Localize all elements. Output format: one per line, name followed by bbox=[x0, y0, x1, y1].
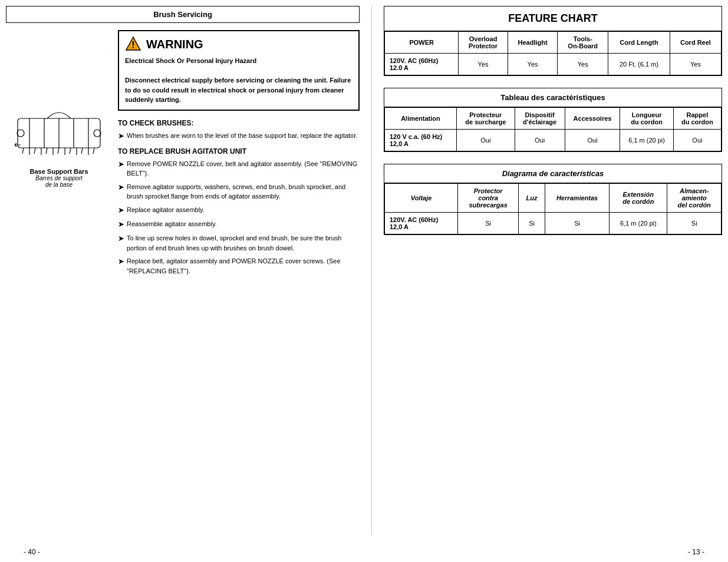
feature-chart-header-row: POWER OverloadProtector Headlight Tools-… bbox=[385, 32, 722, 54]
tab-header-dispositif: Dispositifd'éclairage bbox=[515, 108, 565, 130]
svg-point-22 bbox=[17, 130, 24, 137]
svg-line-12 bbox=[58, 148, 59, 154]
fc-header-cord-reel: Cord Reel bbox=[670, 32, 721, 54]
diag-header-extension: Extensiónde cordón bbox=[610, 184, 667, 213]
replace-text-5: To line up screw holes in dowel, sprocke… bbox=[127, 233, 360, 253]
diag-voltaje-val: 120V. AC (60Hz)12,0 A bbox=[385, 213, 458, 234]
bullet-arrow-1: ➤ bbox=[118, 131, 124, 141]
replace-item-1: ➤ Remove POWER NOZZLE cover, belt and ag… bbox=[118, 159, 360, 178]
replace-item-6: ➤ Replace belt, agitator assembly and PO… bbox=[118, 256, 360, 276]
replace-item-3: ➤ Replace agitator assembly. bbox=[118, 205, 360, 216]
diag-extension-val: 6,1 m (20 pi) bbox=[610, 213, 667, 234]
warning-body: Electrical Shock Or Personal Injury Haza… bbox=[125, 56, 353, 105]
fc-cord-length-val: 20 Ft. (6.1 m) bbox=[608, 54, 670, 75]
warning-icon: ! bbox=[125, 36, 141, 52]
fc-cord-reel-val: Yes bbox=[670, 54, 721, 75]
diag-protector-val: Si bbox=[458, 213, 519, 234]
diagram-sublabel2: de la base bbox=[45, 181, 73, 188]
feature-chart-section: FEATURE CHART POWER OverloadProtector He… bbox=[384, 6, 722, 76]
svg-line-14 bbox=[70, 148, 71, 154]
feature-chart-title: FEATURE CHART bbox=[384, 6, 722, 31]
tableau-title: Tableau des caractéristiques bbox=[384, 88, 722, 107]
tableau-header-row: Alimentation Protecteurde surcharge Disp… bbox=[385, 108, 722, 130]
replace-text-1: Remove POWER NOZZLE cover, belt and agit… bbox=[127, 159, 360, 178]
footer-page-left: - 40 - bbox=[24, 548, 40, 556]
svg-line-8 bbox=[34, 148, 35, 154]
feature-chart-table: POWER OverloadProtector Headlight Tools-… bbox=[384, 31, 722, 75]
fc-header-power: POWER bbox=[385, 32, 459, 54]
warning-title: WARNING bbox=[146, 38, 203, 51]
bullet-arrow-2: ➤ bbox=[118, 159, 124, 170]
tab-header-longueur: Longueurdu cordon bbox=[620, 108, 673, 130]
tab-header-protecteur: Protecteurde surcharge bbox=[456, 108, 515, 130]
warning-header: ! WARNING bbox=[125, 36, 353, 52]
svg-text:!: ! bbox=[131, 40, 134, 50]
diag-header-luz: Luz bbox=[519, 184, 545, 213]
diagrama-title: Diagrama de características bbox=[384, 164, 722, 183]
bullet-arrow-4: ➤ bbox=[118, 205, 124, 216]
fc-overload-val: Yes bbox=[459, 54, 508, 75]
tab-rappel-val: Oui bbox=[673, 130, 721, 151]
tab-alim-val: 120 V c.a. (60 Hz)12,0 A bbox=[385, 130, 457, 151]
diagrama-data-row: 120V. AC (60Hz)12,0 A Si Si Si 6,1 m (20… bbox=[385, 213, 722, 234]
diag-luz-val: Si bbox=[519, 213, 545, 234]
replace-text-4: Reassemble agitator assembly. bbox=[127, 219, 360, 229]
tab-header-rappel: Rappeldu cordon bbox=[673, 108, 721, 130]
footer-page-right: - 13 - bbox=[688, 548, 704, 556]
svg-line-16 bbox=[81, 148, 83, 154]
tableau-table: Alimentation Protecteurde surcharge Disp… bbox=[384, 107, 722, 151]
tab-header-alim: Alimentation bbox=[385, 108, 457, 130]
fc-tools-val: Yes bbox=[558, 54, 608, 75]
tableau-section: Tableau des caractéristiques Alimentatio… bbox=[384, 88, 722, 152]
instructions: ! WARNING Electrical Shock Or Personal I… bbox=[118, 30, 360, 279]
footer: - 40 - - 13 - bbox=[0, 542, 728, 562]
tab-protecteur-val: Oui bbox=[456, 130, 515, 151]
bullet-arrow-6: ➤ bbox=[118, 233, 124, 244]
check-brushes-text-1: When brushes are worn to the level of th… bbox=[127, 131, 360, 141]
fc-header-headlight: Headlight bbox=[508, 32, 558, 54]
tab-longueur-val: 6,1 m (20 pi) bbox=[620, 130, 673, 151]
warning-line2: Disconnect electrical supply before serv… bbox=[125, 75, 353, 105]
left-panel: Brush Servicing bbox=[6, 6, 360, 536]
check-brushes-item-1: ➤ When brushes are worn to the level of … bbox=[118, 131, 360, 141]
diag-header-almacen: Almacen-amientodel cordón bbox=[667, 184, 722, 213]
svg-point-23 bbox=[94, 130, 101, 137]
diag-herramientas-val: Si bbox=[545, 213, 610, 234]
replace-item-2: ➤ Remove agitator supports, washers, scr… bbox=[118, 182, 360, 201]
diagram-label: Base Support Bars bbox=[29, 168, 88, 175]
diagrama-section: Diagrama de características Voltaje Prot… bbox=[384, 164, 722, 235]
fc-header-cord-length: Cord Length bbox=[608, 32, 670, 54]
warning-line1: Electrical Shock Or Personal Injury Haza… bbox=[125, 56, 353, 66]
diag-header-protector: Protectorcontrasubrecargas bbox=[458, 184, 519, 213]
brush-servicing-title: Brush Servicing bbox=[6, 6, 360, 23]
feature-chart-data-row: 120V. AC (60Hz)12.0 A Yes Yes Yes 20 Ft.… bbox=[385, 54, 722, 75]
bullet-arrow-7: ➤ bbox=[118, 256, 124, 267]
replace-text-6: Replace belt, agitator assembly and POWE… bbox=[127, 256, 360, 276]
bullet-arrow-5: ➤ bbox=[118, 219, 124, 230]
warning-box: ! WARNING Electrical Shock Or Personal I… bbox=[118, 30, 360, 111]
replace-text-3: Replace agitator assembly. bbox=[127, 205, 360, 215]
panel-divider bbox=[371, 6, 372, 536]
replace-item-4: ➤ Reassemble agitator assembly. bbox=[118, 219, 360, 230]
diag-header-herramientas: Herramientas bbox=[545, 184, 610, 213]
svg-line-18 bbox=[93, 148, 94, 154]
replace-item-5: ➤ To line up screw holes in dowel, sproc… bbox=[118, 233, 360, 253]
diag-header-voltaje: Voltaje bbox=[385, 184, 458, 213]
check-brushes-title: TO CHECK BRUSHES: bbox=[118, 119, 360, 127]
tableau-data-row: 120 V c.a. (60 Hz)12,0 A Oui Oui Oui 6,1… bbox=[385, 130, 722, 151]
fc-header-overload: OverloadProtector bbox=[459, 32, 508, 54]
tab-accessoires-val: Oui bbox=[565, 130, 620, 151]
diagram-area: Base Support Bars Barres de support de l… bbox=[6, 101, 112, 279]
tab-dispositif-val: Oui bbox=[515, 130, 565, 151]
diagram-sublabel1: Barres de support bbox=[35, 175, 83, 181]
fc-headlight-val: Yes bbox=[508, 54, 558, 75]
diagrama-header-row: Voltaje Protectorcontrasubrecargas Luz H… bbox=[385, 184, 722, 213]
replace-brush-title: TO REPLACE BRUSH AGITATOR UNIT bbox=[118, 147, 360, 156]
svg-line-10 bbox=[46, 148, 47, 154]
bullet-arrow-3: ➤ bbox=[118, 182, 124, 193]
diag-almacen-val: Si bbox=[667, 213, 722, 234]
diagrama-table: Voltaje Protectorcontrasubrecargas Luz H… bbox=[384, 183, 722, 234]
tab-header-accessoires: Accessoires bbox=[565, 108, 620, 130]
brush-diagram bbox=[12, 101, 106, 166]
fc-power-val: 120V. AC (60Hz)12.0 A bbox=[385, 54, 459, 75]
